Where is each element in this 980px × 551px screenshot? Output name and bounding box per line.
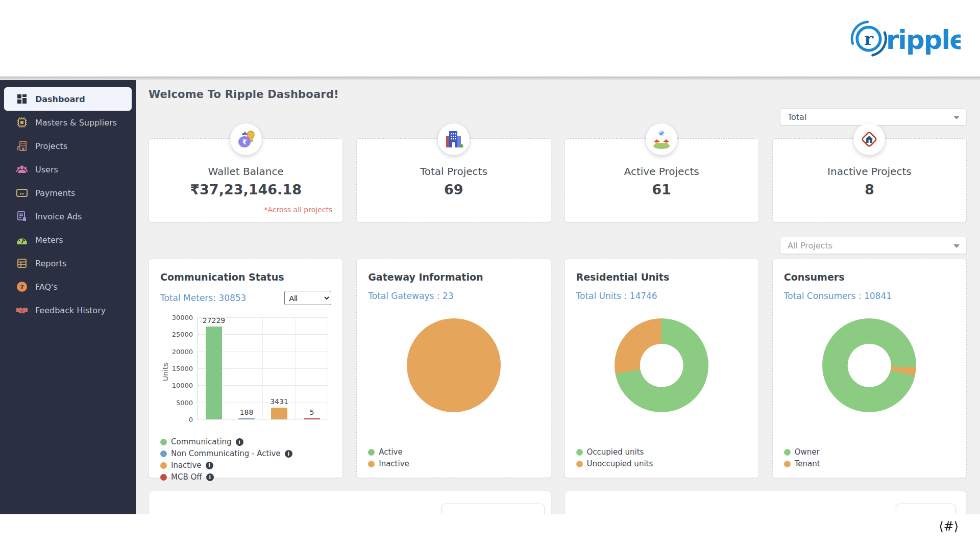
bar-plot-area: 2722918834315 <box>197 317 328 419</box>
legend-item[interactable]: Unoccupied units <box>576 459 747 468</box>
bar-y-axis-ticks: 050001000015000200002500030000 <box>170 317 197 419</box>
money-bag-icon: ₹ <box>230 123 262 155</box>
legend-label: Unoccupied units <box>587 459 653 468</box>
gateway-information-card: Gateway Information Total Gateways : 23 … <box>356 259 551 478</box>
communication-status-card: Communication Status Total Meters: 30853… <box>149 259 343 478</box>
bar-value-label: 188 <box>240 408 254 416</box>
communication-legend: CommunicatingiNon Communicating - Active… <box>160 435 331 482</box>
sidebar-item-projects[interactable]: Projects <box>4 134 132 158</box>
legend-item[interactable]: Non Communicating - Activei <box>160 449 331 458</box>
stat-value: 69 <box>444 182 463 197</box>
sidebar-item-invoice-ads[interactable]: Invoice Ads <box>4 205 132 228</box>
y-tick-label: 25000 <box>172 331 193 338</box>
info-icon[interactable]: i <box>285 450 292 458</box>
total-meters-text: Total Meters: 30853 <box>160 293 246 303</box>
bar-value-label: 27229 <box>203 316 226 324</box>
handshake-icon <box>16 305 28 316</box>
bar-inactive[interactable] <box>271 408 287 419</box>
app-header: r ripple <box>0 0 980 77</box>
sidebar-item-feedback-history[interactable]: Feedback History <box>4 298 132 322</box>
header-divider <box>0 77 980 80</box>
legend-label: Tenant <box>795 459 820 468</box>
legend-item[interactable]: Occupied units <box>576 447 747 457</box>
invoice-document-icon <box>16 211 28 222</box>
wallet-balance-card: ₹ Wallet Balance ₹37,23,146.18 *Across a… <box>149 138 343 222</box>
sidebar-item-label: Reports <box>35 259 66 268</box>
bottom-right-card <box>565 491 967 514</box>
bar-chart: Units05000100001500020000250003000027229… <box>160 314 331 430</box>
chevron-down-icon <box>953 244 960 248</box>
sidebar-item-dashboard[interactable]: Dashboard <box>4 87 132 111</box>
chart-sub-row: Total Gateways : 23 <box>368 291 539 301</box>
gateway-legend: ActiveInactive <box>368 445 539 468</box>
page-title: Welcome To Ripple Dashboard! <box>136 80 980 101</box>
legend-item[interactable]: Owner <box>784 447 955 457</box>
total-select[interactable]: Total <box>780 108 967 126</box>
legend-label: Non Communicating - Active <box>171 449 281 458</box>
svg-text:r: r <box>864 29 874 49</box>
legend-label: MCB Off <box>171 472 202 482</box>
building-icon <box>16 140 28 152</box>
legend-item[interactable]: Tenant <box>784 459 955 468</box>
gridline-vertical <box>328 317 328 419</box>
consumers-donut-area <box>784 318 955 412</box>
sidebar-item-faqs[interactable]: ? FAQ's <box>4 275 132 298</box>
all-projects-select[interactable]: All Projects <box>780 237 967 254</box>
bottom-left-select[interactable] <box>442 504 545 514</box>
legend-item[interactable]: Inactivei <box>160 461 331 470</box>
legend-color-dot <box>576 449 583 456</box>
users-group-icon <box>16 164 28 175</box>
y-axis-title-text: Units <box>161 363 169 381</box>
info-icon[interactable]: i <box>206 462 213 469</box>
bar-non-communicating-active[interactable] <box>238 418 255 419</box>
gridline-vertical <box>295 317 296 419</box>
bar-communicating[interactable] <box>206 327 222 419</box>
consumers-legend: OwnerTenant <box>784 445 955 468</box>
residential-legend: Occupied unitsUnoccupied units <box>576 445 747 468</box>
chart-title: Residential Units <box>576 271 747 283</box>
sidebar-item-meters[interactable]: Meters <box>4 228 132 252</box>
residential-units-pie-chart[interactable] <box>615 318 708 412</box>
info-icon[interactable]: i <box>206 473 214 481</box>
residential-units-card: Residential Units Total Units : 14746 Oc… <box>565 259 759 478</box>
sidebar-item-label: Dashboard <box>35 94 85 104</box>
meter-status-filter-select[interactable]: All <box>284 291 331 305</box>
info-icon[interactable]: i <box>236 438 243 446</box>
legend-color-dot <box>784 449 791 456</box>
y-tick-label: 20000 <box>172 347 193 355</box>
sidebar-item-label: Invoice Ads <box>35 212 82 221</box>
legend-item[interactable]: Inactive <box>368 459 539 468</box>
legend-item[interactable]: MCB Offi <box>160 472 331 482</box>
sidebar-item-payments[interactable]: Payments <box>4 181 132 205</box>
legend-color-dot <box>368 449 375 456</box>
sidebar-item-label: Payments <box>35 188 75 198</box>
stat-label: Wallet Balance <box>208 165 284 178</box>
chart-title: Gateway Information <box>368 271 539 283</box>
total-consumers-text: Total Consumers : 10841 <box>784 291 892 301</box>
gateway-information-pie-chart[interactable] <box>407 318 501 412</box>
residential-donut-area <box>576 318 747 412</box>
inactive-projects-card: Inactive Projects 8 <box>772 138 967 222</box>
sidebar-item-users[interactable]: Users <box>4 158 132 181</box>
stat-cards-row: ₹ Wallet Balance ₹37,23,146.18 *Across a… <box>136 138 980 222</box>
y-tick-label: 30000 <box>172 314 193 321</box>
logo-text: ripple <box>886 24 961 55</box>
sidebar-item-masters-suppliers[interactable]: Masters & Suppliers <box>4 111 132 134</box>
bottom-cards-row <box>136 491 980 514</box>
consumers-pie-chart[interactable] <box>822 318 916 412</box>
total-gateways-text: Total Gateways : 23 <box>368 291 453 301</box>
gridline-vertical <box>230 317 230 419</box>
sidebar: Dashboard Masters & Suppliers Projects U… <box>0 80 136 514</box>
sidebar-item-reports[interactable]: Reports <box>4 252 132 275</box>
legend-item[interactable]: Communicatingi <box>160 437 331 446</box>
payment-card-icon <box>16 187 28 198</box>
bar-y-axis-title: Units <box>160 314 170 430</box>
chart-title: Communication Status <box>160 271 331 283</box>
stat-value: 8 <box>865 182 874 197</box>
report-table-icon <box>16 258 28 269</box>
total-filter-row: Total <box>136 101 980 126</box>
stat-value: ₹37,23,146.18 <box>190 182 302 197</box>
legend-item[interactable]: Active <box>368 447 539 457</box>
bar-mcb-off[interactable] <box>304 418 320 419</box>
bottom-right-select[interactable] <box>896 504 956 514</box>
